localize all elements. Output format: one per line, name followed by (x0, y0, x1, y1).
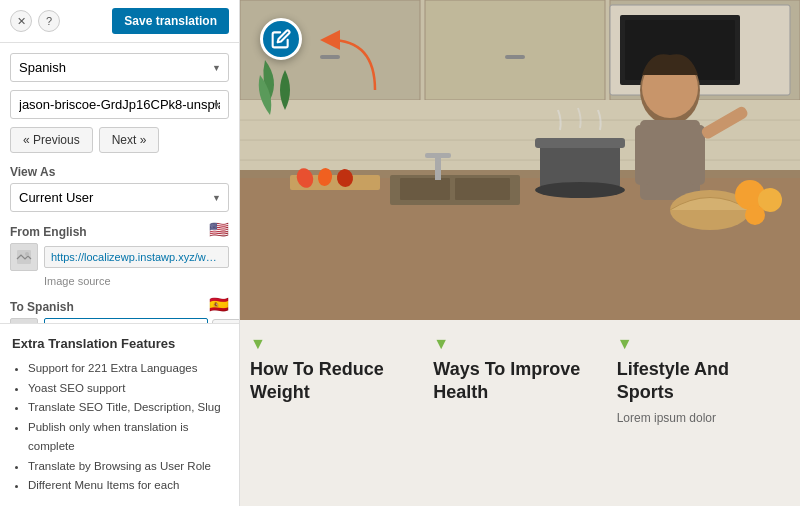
from-english-label: From English (10, 225, 87, 239)
view-as-section: View As Current User (10, 161, 229, 212)
svg-point-1 (25, 252, 29, 256)
card-1-title: Ways To Improve Health (433, 358, 606, 405)
svg-rect-7 (425, 0, 605, 100)
english-flag: 🇺🇸 (209, 220, 229, 239)
prev-button[interactable]: « Previous (10, 127, 93, 153)
svg-rect-23 (400, 178, 450, 200)
list-item: Yoast SEO support (28, 379, 227, 399)
svg-rect-24 (455, 178, 510, 200)
right-panel: ▼ How To Reduce Weight ▼ Ways To Improve… (240, 0, 800, 506)
card-0-title: How To Reduce Weight (250, 358, 423, 405)
help-icon[interactable]: ? (38, 10, 60, 32)
list-item: Support for 221 Extra Languages (28, 359, 227, 379)
top-bar: ✕ ? Save translation (0, 0, 239, 43)
from-english-image-source-label: Image source (44, 275, 229, 287)
svg-point-43 (745, 205, 765, 225)
file-select-wrapper: jason-briscoe-GrdJp16CPk8-unsplash... (10, 90, 229, 119)
file-select[interactable]: jason-briscoe-GrdJp16CPk8-unsplash... (10, 90, 229, 119)
svg-point-33 (535, 182, 625, 198)
card-0: ▼ How To Reduce Weight (250, 336, 423, 425)
svg-rect-32 (535, 138, 625, 148)
card-2-text: Lorem ipsum dolor (617, 411, 790, 425)
from-english-thumb (10, 243, 38, 271)
card-2-title: Lifestyle And Sports (617, 358, 790, 405)
annotation-arrow (295, 10, 395, 113)
pencil-icon (271, 29, 291, 49)
from-english-header: From English 🇺🇸 (10, 220, 229, 239)
left-panel: ✕ ? Save translation Spanish jason-brisc… (0, 0, 240, 506)
card-2-arrow: ▼ (617, 336, 790, 352)
to-spanish-label: To Spanish (10, 300, 74, 314)
card-1: ▼ Ways To Improve Health (433, 336, 606, 425)
svg-rect-25 (435, 155, 441, 180)
arrow-svg (295, 10, 395, 110)
extra-features-title: Extra Translation Features (12, 336, 227, 351)
kitchen-image (240, 0, 800, 320)
card-1-arrow: ▼ (433, 336, 606, 352)
panel-body: Spanish jason-briscoe-GrdJp16CPk8-unspla… (0, 43, 239, 323)
language-select-wrapper: Spanish (10, 53, 229, 82)
svg-rect-26 (425, 153, 451, 158)
view-as-select-wrapper: Current User (10, 183, 229, 212)
list-item: Translate by Browsing as User Role (28, 457, 227, 477)
close-icon[interactable]: ✕ (10, 10, 32, 32)
spanish-flag: 🇪🇸 (209, 295, 229, 314)
top-bar-icons: ✕ ? (10, 10, 60, 32)
extra-features-list: Support for 221 Extra Languages Yoast SE… (12, 359, 227, 496)
svg-rect-36 (635, 125, 650, 185)
list-item: Translate SEO Title, Description, Slug (28, 398, 227, 418)
view-as-select[interactable]: Current User (10, 183, 229, 212)
extra-features-section: Extra Translation Features Support for 2… (0, 323, 239, 506)
to-spanish-section: To Spanish 🇪🇸 Add Media Image source Dis… (10, 295, 229, 323)
view-as-label: View As (10, 165, 229, 179)
save-translation-button[interactable]: Save translation (112, 8, 229, 34)
list-item: Publish only when translation is complet… (28, 418, 227, 457)
nav-buttons: « Previous Next » (10, 127, 229, 153)
list-item: Different Menu Items for each (28, 476, 227, 496)
card-2: ▼ Lifestyle And Sports Lorem ipsum dolor (617, 336, 790, 425)
bottom-cards: ▼ How To Reduce Weight ▼ Ways To Improve… (240, 320, 800, 435)
to-spanish-header: To Spanish 🇪🇸 (10, 295, 229, 314)
next-button[interactable]: Next » (99, 127, 160, 153)
svg-rect-10 (505, 55, 525, 59)
from-english-section: From English 🇺🇸 https://localizewp.insta… (10, 220, 229, 287)
from-english-url: https://localizewp.instawp.xyz/wp-conten… (44, 246, 229, 268)
language-select[interactable]: Spanish (10, 53, 229, 82)
card-0-arrow: ▼ (250, 336, 423, 352)
from-english-url-box: https://localizewp.instawp.xyz/wp-conten… (10, 243, 229, 271)
